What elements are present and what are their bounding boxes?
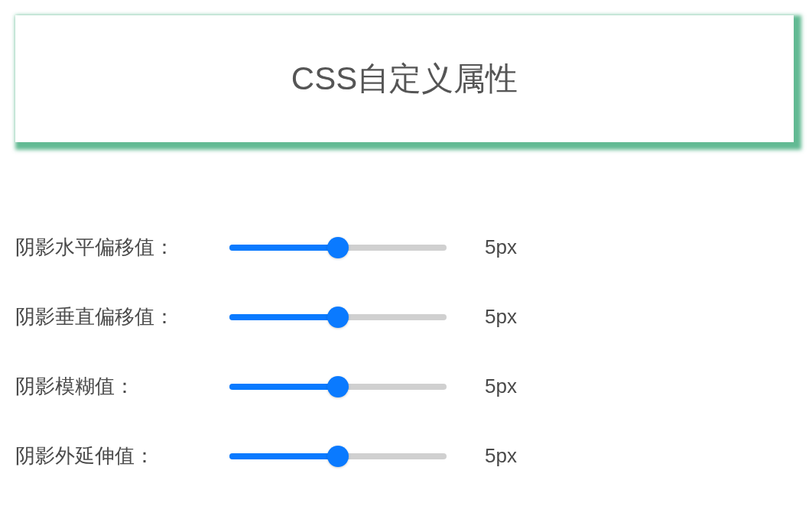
blur-label: 阴影模糊值： — [15, 373, 199, 400]
vertical-offset-label: 阴影垂直偏移值： — [15, 303, 199, 330]
spread-label: 阴影外延伸值： — [15, 443, 199, 469]
control-row-blur: 阴影模糊值： 5px — [15, 373, 794, 400]
spread-value: 5px — [485, 444, 517, 468]
horizontal-offset-slider[interactable] — [229, 240, 447, 255]
blur-slider[interactable] — [229, 379, 447, 394]
control-row-spread: 阴影外延伸值： 5px — [15, 443, 794, 469]
blur-value: 5px — [485, 375, 517, 398]
control-row-horizontal-offset: 阴影水平偏移值： 5px — [15, 234, 794, 261]
vertical-offset-value: 5px — [485, 305, 517, 329]
page-title: CSS自定义属性 — [31, 57, 778, 100]
vertical-offset-slider[interactable] — [229, 310, 447, 325]
controls-panel: 阴影水平偏移值： 5px 阴影垂直偏移值： 5px 阴影模糊值： 5px — [15, 234, 794, 469]
spread-slider[interactable] — [229, 449, 447, 464]
horizontal-offset-label: 阴影水平偏移值： — [15, 234, 199, 261]
horizontal-offset-value: 5px — [485, 235, 517, 259]
header-box: CSS自定义属性 — [15, 15, 794, 142]
control-row-vertical-offset: 阴影垂直偏移值： 5px — [15, 303, 794, 330]
